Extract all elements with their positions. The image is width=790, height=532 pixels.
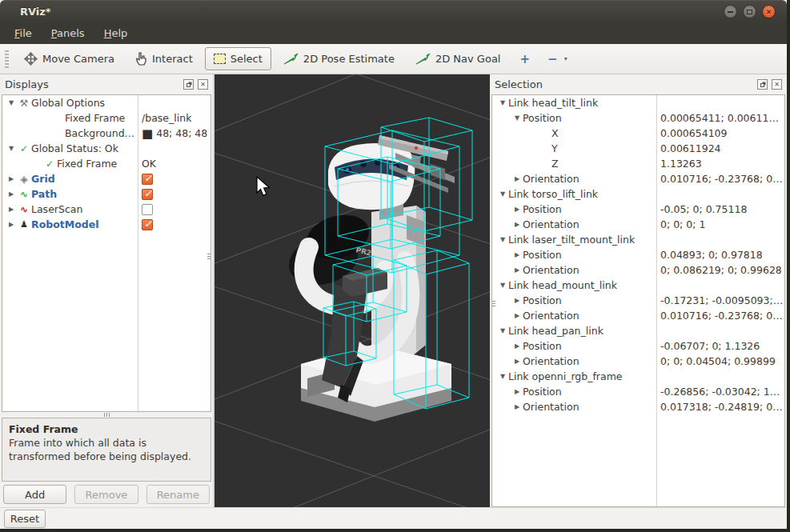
display-row[interactable]: ▶ ♟ RobotModel: [2, 217, 211, 232]
selection-row[interactable]: ▶ Orientation 0.010716; -0.23768; 0…: [492, 308, 784, 323]
minimize-button[interactable]: [724, 5, 737, 18]
selection-row[interactable]: ▼ Link torso_lift_link: [492, 186, 784, 202]
selection-row[interactable]: ▼ Link head_mount_link: [492, 278, 784, 293]
expand-arrow[interactable]: ▶: [511, 251, 523, 258]
select-tool[interactable]: Select: [205, 47, 271, 70]
title-bar[interactable]: RViz* ✕: [0, 0, 787, 22]
horizontal-splitter[interactable]: [0, 412, 213, 418]
panel-close-icon[interactable]: ✕: [198, 79, 208, 90]
expand-arrow[interactable]: ▼: [6, 99, 17, 106]
menu-file[interactable]: File: [6, 25, 40, 42]
expand-arrow[interactable]: ▼: [497, 190, 508, 198]
panel-close-icon[interactable]: ✕: [772, 79, 782, 90]
displays-buttons: Add Remove Rename: [0, 482, 213, 507]
expand-arrow[interactable]: ▼: [497, 373, 508, 380]
selection-row[interactable]: ▶ Orientation 0.017318; -0.24819; 0…: [492, 399, 784, 414]
selection-row[interactable]: ▶ Position -0.06707; 0; 1.1326: [492, 338, 784, 354]
expand-arrow[interactable]: ▶: [6, 175, 17, 182]
display-row[interactable]: ▼ ✓ Global Status: Ok: [2, 141, 211, 156]
remove-tool-button[interactable]: − ▾: [540, 46, 575, 72]
enabled-checkbox[interactable]: [142, 219, 153, 230]
displays-panel-title: Displays: [5, 78, 179, 90]
display-name: RobotModel: [31, 218, 98, 230]
expand-arrow[interactable]: ▼: [497, 236, 508, 243]
panel-splitter[interactable]: [207, 254, 211, 259]
rename-button[interactable]: Rename: [146, 485, 210, 504]
selection-row[interactable]: Z 1.13263: [492, 156, 784, 171]
expand-arrow[interactable]: ▶: [511, 403, 523, 410]
column-separator[interactable]: [138, 95, 138, 411]
expand-arrow[interactable]: ▶: [511, 297, 523, 304]
expand-arrow[interactable]: ▼: [511, 114, 523, 122]
remove-button[interactable]: Remove: [74, 485, 138, 504]
enabled-checkbox[interactable]: [142, 204, 153, 215]
display-row[interactable]: ▼ ⚒ Global Options: [2, 95, 211, 110]
selection-row[interactable]: ▶ Position -0.05; 0; 0.75118: [492, 202, 784, 217]
expand-arrow[interactable]: ▶: [6, 190, 17, 198]
enabled-checkbox[interactable]: [142, 189, 153, 200]
display-row[interactable]: ✓ Fixed Frame OK: [2, 156, 211, 171]
display-row[interactable]: Background Color ■ 48; 48; 48: [2, 126, 211, 141]
expand-arrow[interactable]: ▶: [511, 388, 523, 395]
selection-row[interactable]: ▶ Orientation 0.010716; -0.23768; 0…: [492, 171, 784, 186]
expand-arrow[interactable]: ▶: [511, 221, 523, 228]
panel-float-icon[interactable]: [183, 79, 194, 90]
3d-viewport[interactable]: PR2: [215, 74, 490, 507]
pose-estimate-tool[interactable]: 2D Pose Estimate: [275, 47, 403, 70]
selection-row[interactable]: ▼ Link head_pan_link: [492, 323, 784, 338]
expand-arrow[interactable]: ▶: [511, 358, 523, 365]
link-property-name: Z: [551, 158, 559, 170]
selection-row[interactable]: Y 0.00611924: [492, 141, 784, 156]
selection-row[interactable]: ▼ Link openni_rgb_frame: [492, 369, 784, 384]
expand-arrow[interactable]: ▶: [511, 266, 523, 274]
display-name: Global Options: [31, 97, 105, 109]
menu-help[interactable]: Help: [96, 25, 136, 42]
display-name: Background Color: [65, 127, 138, 139]
display-type-icon: ✓: [17, 143, 31, 154]
selection-row[interactable]: ▼ Link head_tilt_link: [492, 95, 784, 110]
display-row[interactable]: ▶ ∿ Path: [2, 186, 211, 202]
display-row[interactable]: ▶ ∿ LaserScan: [2, 202, 211, 217]
expand-arrow[interactable]: ▶: [511, 206, 523, 213]
display-row[interactable]: ▶ ◈ Grid: [2, 171, 211, 186]
move-camera-tool[interactable]: Move Camera: [15, 46, 123, 71]
expand-arrow[interactable]: ▶: [511, 175, 523, 182]
nav-goal-label: 2D Nav Goal: [435, 53, 501, 65]
enabled-checkbox[interactable]: [142, 174, 153, 185]
display-row[interactable]: Fixed Frame /base_link: [2, 110, 211, 126]
selection-row[interactable]: ▶ Orientation 0; 0.086219; 0; 0.99628: [492, 262, 784, 278]
expand-arrow[interactable]: ▶: [511, 342, 523, 350]
close-button[interactable]: ✕: [762, 5, 776, 18]
link-property-value: 1.13263: [660, 158, 702, 170]
panel-splitter[interactable]: [491, 301, 495, 306]
expand-arrow[interactable]: ▼: [497, 327, 508, 334]
property-value[interactable]: /base_link: [142, 112, 191, 124]
expand-arrow[interactable]: ▶: [511, 312, 523, 319]
column-separator[interactable]: [656, 95, 657, 506]
selection-row[interactable]: ▶ Position 0.04893; 0; 0.97818: [492, 247, 784, 262]
interact-tool[interactable]: Interact: [126, 46, 202, 71]
expand-arrow[interactable]: ▼: [6, 145, 17, 152]
maximize-button[interactable]: [743, 5, 756, 18]
selection-row[interactable]: ▶ Position -0.17231; -0.0095093;…: [492, 293, 784, 308]
property-value[interactable]: OK: [142, 158, 156, 170]
nav-goal-arrow-icon: [415, 53, 431, 65]
add-tool-button[interactable]: +: [512, 46, 537, 72]
panel-float-icon[interactable]: [757, 79, 768, 90]
selection-row[interactable]: ▶ Orientation 0; 0; 0; 1: [492, 217, 784, 232]
menu-panels[interactable]: Panels: [43, 25, 93, 42]
selection-row[interactable]: ▶ Orientation 0; 0; 0.04504; 0.99899: [492, 354, 784, 369]
expand-arrow[interactable]: ▼: [497, 282, 508, 289]
selection-row[interactable]: ▼ Position 0.00065411; 0.00611…: [492, 110, 784, 126]
expand-arrow[interactable]: ▼: [497, 99, 508, 106]
expand-arrow[interactable]: ▶: [6, 221, 17, 228]
reset-button[interactable]: Reset: [4, 510, 46, 528]
selection-row[interactable]: ▶ Position -0.26856; -0.03042; 1…: [492, 384, 784, 399]
expand-arrow[interactable]: ▶: [6, 206, 17, 213]
selection-row[interactable]: ▼ Link laser_tilt_mount_link: [492, 232, 784, 247]
toolbar-handle[interactable]: [5, 50, 9, 68]
add-button[interactable]: Add: [3, 485, 66, 504]
selection-row[interactable]: X 0.000654109: [492, 126, 784, 141]
property-value[interactable]: 48; 48; 48: [156, 127, 207, 139]
nav-goal-tool[interactable]: 2D Nav Goal: [407, 47, 510, 70]
